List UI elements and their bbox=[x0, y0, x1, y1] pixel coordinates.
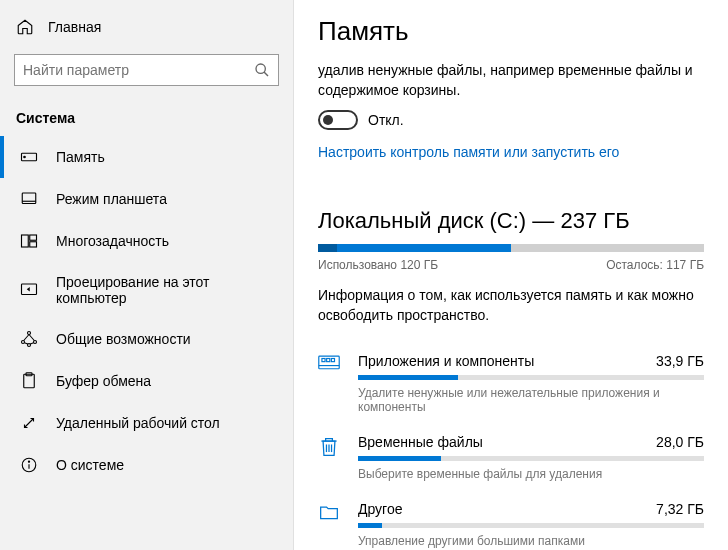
sidebar-item-tablet-mode[interactable]: Режим планшета bbox=[0, 178, 293, 220]
disk-header: Локальный диск (C:) — 237 ГБ bbox=[318, 208, 704, 234]
sidebar-item-clipboard[interactable]: Буфер обмена bbox=[0, 360, 293, 402]
category-body: Приложения и компоненты33,9 ГБУдалите не… bbox=[358, 353, 704, 414]
storage-icon bbox=[20, 148, 38, 166]
svg-rect-6 bbox=[22, 235, 29, 247]
svg-point-10 bbox=[28, 332, 31, 335]
category-title: Другое bbox=[358, 501, 402, 517]
content-area: Память удалив ненужные файлы, например в… bbox=[294, 0, 728, 550]
sidebar-item-label: Многозадачность bbox=[56, 233, 169, 249]
disk-bar-dark bbox=[318, 244, 337, 252]
page-title: Память bbox=[318, 16, 704, 47]
svg-rect-26 bbox=[327, 359, 330, 362]
sidebar-item-label: Проецирование на этот компьютер bbox=[56, 274, 277, 306]
disk-used: Использовано 120 ГБ bbox=[318, 258, 438, 272]
sidebar-item-label: Буфер обмена bbox=[56, 373, 151, 389]
category-bar bbox=[358, 375, 704, 380]
multitask-icon bbox=[20, 232, 38, 250]
sidebar-item-label: Память bbox=[56, 149, 105, 165]
share-icon bbox=[20, 330, 38, 348]
apps-icon bbox=[318, 353, 340, 414]
remote-icon bbox=[20, 414, 38, 432]
category-apps[interactable]: Приложения и компоненты33,9 ГБУдалите не… bbox=[318, 343, 704, 424]
svg-point-3 bbox=[24, 156, 26, 158]
svg-point-11 bbox=[22, 341, 25, 344]
home-icon bbox=[16, 18, 34, 36]
svg-rect-25 bbox=[322, 359, 325, 362]
sidebar-item-remote-desktop[interactable]: Удаленный рабочий стол bbox=[0, 402, 293, 444]
svg-rect-7 bbox=[30, 235, 37, 240]
folder-icon bbox=[318, 501, 340, 548]
category-bar bbox=[358, 523, 704, 528]
search-icon bbox=[254, 62, 270, 78]
sidebar-item-about[interactable]: О системе bbox=[0, 444, 293, 486]
search-input[interactable] bbox=[23, 62, 254, 78]
category-body: Другое7,32 ГБУправление другими большими… bbox=[358, 501, 704, 548]
sidebar-item-label: О системе bbox=[56, 457, 124, 473]
page-desc: удалив ненужные файлы, например временны… bbox=[318, 61, 704, 100]
category-title: Приложения и компоненты bbox=[358, 353, 534, 369]
category-desc: Выберите временные файлы для удаления bbox=[358, 467, 704, 481]
svg-line-15 bbox=[29, 335, 34, 341]
sidebar-item-shared[interactable]: Общие возможности bbox=[0, 318, 293, 360]
toggle-switch[interactable] bbox=[318, 110, 358, 130]
category-desc: Управление другими большими папками bbox=[358, 534, 704, 548]
svg-point-22 bbox=[28, 461, 29, 462]
disk-info: Информация о том, как используется памят… bbox=[318, 286, 704, 325]
storage-sense-toggle[interactable]: Откл. bbox=[318, 110, 704, 130]
info-icon bbox=[20, 456, 38, 474]
svg-point-0 bbox=[256, 64, 265, 73]
category-size: 33,9 ГБ bbox=[656, 353, 704, 369]
sidebar-item-multitasking[interactable]: Многозадачность bbox=[0, 220, 293, 262]
svg-line-14 bbox=[24, 335, 29, 341]
disk-stats: Использовано 120 ГБ Осталось: 117 ГБ bbox=[318, 258, 704, 272]
sidebar-item-storage[interactable]: Память bbox=[0, 136, 293, 178]
sidebar-item-label: Режим планшета bbox=[56, 191, 167, 207]
disk-usage-bar bbox=[318, 244, 704, 252]
category-other[interactable]: Другое7,32 ГБУправление другими большими… bbox=[318, 491, 704, 550]
sidebar-item-label: Удаленный рабочий стол bbox=[56, 415, 220, 431]
sidebar-item-label: Общие возможности bbox=[56, 331, 191, 347]
configure-link[interactable]: Настроить контроль памяти или запустить … bbox=[318, 144, 704, 160]
tablet-icon bbox=[20, 190, 38, 208]
home-label: Главная bbox=[48, 19, 101, 35]
search-box[interactable] bbox=[14, 54, 279, 86]
sidebar-item-projecting[interactable]: Проецирование на этот компьютер bbox=[0, 262, 293, 318]
disk-bar-fill bbox=[318, 244, 511, 252]
svg-line-16 bbox=[25, 343, 29, 345]
section-title: Система bbox=[0, 96, 293, 136]
clipboard-icon bbox=[20, 372, 38, 390]
category-title: Временные файлы bbox=[358, 434, 483, 450]
toggle-label: Откл. bbox=[368, 112, 404, 128]
home-link[interactable]: Главная bbox=[0, 10, 293, 44]
svg-line-17 bbox=[30, 343, 34, 345]
category-desc: Удалите ненужные или нежелательные прило… bbox=[358, 386, 704, 414]
category-size: 28,0 ГБ bbox=[656, 434, 704, 450]
project-icon bbox=[20, 281, 38, 299]
svg-point-12 bbox=[34, 341, 37, 344]
svg-rect-8 bbox=[30, 242, 37, 247]
category-body: Временные файлы28,0 ГБВыберите временные… bbox=[358, 434, 704, 481]
svg-line-1 bbox=[264, 72, 268, 76]
category-bar bbox=[358, 456, 704, 461]
trash-icon bbox=[318, 434, 340, 481]
category-temp-files[interactable]: Временные файлы28,0 ГБВыберите временные… bbox=[318, 424, 704, 491]
svg-rect-27 bbox=[331, 359, 334, 362]
disk-free: Осталось: 117 ГБ bbox=[606, 258, 704, 272]
sidebar: Главная Система Память Режим планшета Мн… bbox=[0, 0, 294, 550]
svg-rect-4 bbox=[22, 193, 36, 204]
category-size: 7,32 ГБ bbox=[656, 501, 704, 517]
